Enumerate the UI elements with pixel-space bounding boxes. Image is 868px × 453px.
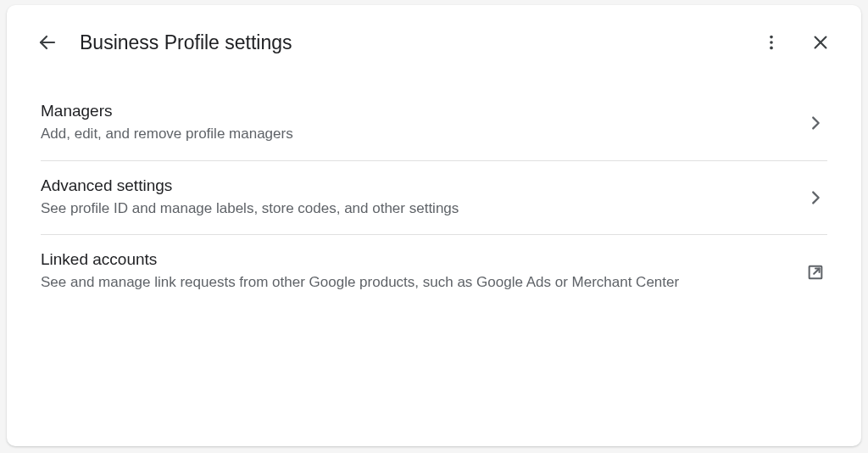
header: Business Profile settings (31, 22, 837, 63)
chevron-right-icon (804, 114, 827, 132)
settings-item-linked-accounts[interactable]: Linked accounts See and manage link requ… (41, 235, 827, 309)
item-text: Managers Add, edit, and remove profile m… (41, 102, 804, 145)
settings-card: Business Profile settings Managers (7, 5, 861, 446)
header-actions (754, 25, 837, 59)
open-external-icon (804, 263, 827, 282)
item-text: Advanced settings See profile ID and man… (41, 176, 804, 220)
page-title: Business Profile settings (80, 31, 754, 54)
close-button[interactable] (804, 25, 837, 59)
svg-point-1 (770, 36, 773, 39)
item-description: See profile ID and manage labels, store … (41, 199, 787, 220)
back-button[interactable] (31, 25, 64, 59)
settings-item-managers[interactable]: Managers Add, edit, and remove profile m… (41, 87, 827, 161)
chevron-right-icon (804, 188, 827, 207)
settings-list: Managers Add, edit, and remove profile m… (31, 87, 837, 309)
item-description: Add, edit, and remove profile managers (41, 124, 787, 145)
arrow-left-icon (37, 32, 58, 53)
item-title: Managers (41, 102, 787, 120)
item-description: See and manage link requests from other … (41, 272, 787, 294)
item-title: Linked accounts (41, 250, 787, 269)
svg-point-3 (770, 47, 773, 50)
item-title: Advanced settings (41, 176, 787, 195)
more-vert-icon (762, 33, 781, 52)
close-icon (811, 33, 830, 52)
item-text: Linked accounts See and manage link requ… (41, 250, 804, 294)
svg-point-2 (770, 41, 773, 44)
more-options-button[interactable] (754, 25, 788, 59)
settings-item-advanced[interactable]: Advanced settings See profile ID and man… (41, 161, 827, 236)
